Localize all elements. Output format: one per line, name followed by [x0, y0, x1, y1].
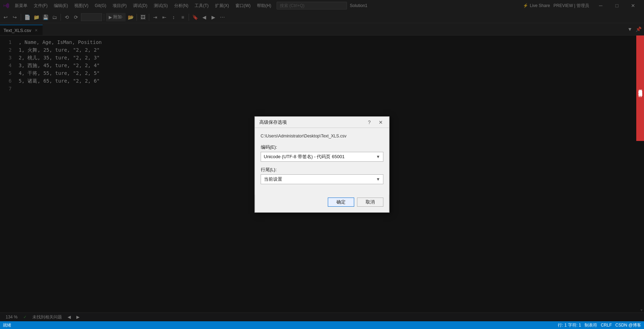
encoding-dropdown[interactable]: Unicode (UTF-8 带签名) - 代码页 65001 ▼ [261, 152, 384, 162]
dialog-body: C:\Users\Administrator\Desktop\Text_XLS.… [255, 128, 389, 195]
bottom-bar: 就绪 行: 1 字符: 1 制表符 CRLF CSDN @博客 [0, 321, 644, 329]
encoding-label: 编码(E): [261, 144, 384, 150]
dialog-filepath: C:\Users\Administrator\Desktop\Text_XLS.… [261, 134, 384, 138]
cancel-button[interactable]: 取消 [357, 198, 384, 207]
lineending-label: 行尾(L): [261, 167, 384, 173]
right-sidebar-watermark: 模板的变换风格可以保持行 [636, 36, 644, 141]
watermark-text: 模板的变换风格可以保持行 [638, 86, 643, 90]
dialog-titlebar: 高级保存选项 ? ✕ [255, 117, 389, 128]
dialog-footer: 确定 取消 [255, 195, 389, 212]
table-format-label[interactable]: 制表符 [585, 322, 597, 328]
dialog-title-label: 高级保存选项 [259, 119, 287, 125]
ready-label[interactable]: 就绪 [3, 322, 11, 328]
dialog-close-button[interactable]: ✕ [377, 118, 385, 127]
csdn-label: CSDN @博客 [615, 322, 641, 328]
save-options-dialog: 高级保存选项 ? ✕ C:\Users\Administrator\Deskto… [255, 116, 390, 213]
ok-button[interactable]: 确定 [328, 198, 354, 207]
encoding-value: Unicode (UTF-8 带签名) - 代码页 65001 [264, 154, 345, 160]
dialog-controls: ? ✕ [365, 118, 385, 127]
bottom-left: 就绪 [3, 322, 11, 328]
dialog-help-button[interactable]: ? [365, 118, 374, 127]
lineending-dropdown-arrow: ▼ [376, 177, 380, 182]
lineending-dropdown[interactable]: 当前设置 ▼ [261, 174, 384, 184]
line-col-label[interactable]: 行: 1 字符: 1 [558, 322, 581, 328]
lineending-value: 当前设置 [264, 176, 282, 182]
encoding-dropdown-arrow: ▼ [376, 154, 380, 159]
line-ending-label[interactable]: CRLF [601, 323, 612, 328]
bottom-right: 行: 1 字符: 1 制表符 CRLF CSDN @博客 [558, 322, 641, 328]
